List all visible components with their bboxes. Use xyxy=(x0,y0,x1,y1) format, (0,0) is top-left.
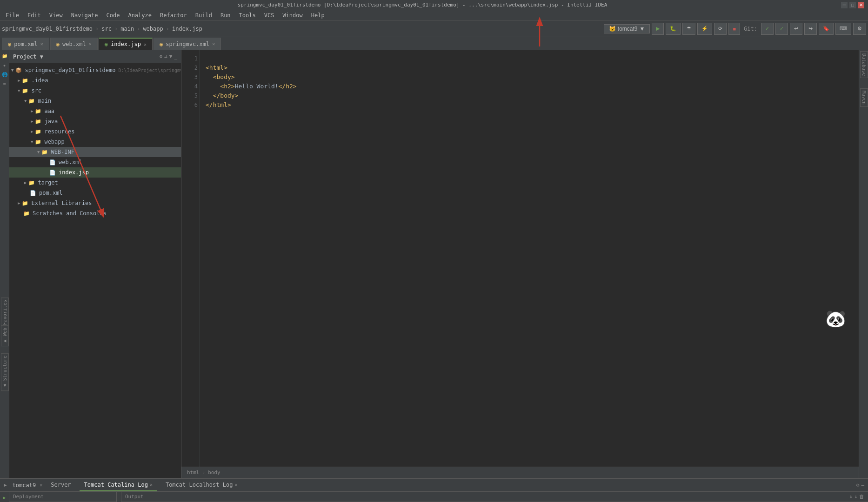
redo-button[interactable]: ↪ xyxy=(804,23,817,35)
run-button[interactable]: ▶ xyxy=(652,23,664,35)
toolbar-webapp[interactable]: webapp xyxy=(143,26,163,32)
output-clear-icon[interactable]: 🗑 xyxy=(859,494,864,500)
code-editor[interactable]: 1 2 3 4 5 6 <html> <body> <h2>Hello Worl… xyxy=(181,50,859,467)
tab-springmvc-xml-close[interactable]: ✕ xyxy=(212,41,215,46)
tree-item[interactable]: ▼📁main xyxy=(9,96,181,106)
run-config-button[interactable]: 🐱 tomcat9 ▼ xyxy=(604,24,650,33)
sidebar-struct-icon[interactable]: ≡ xyxy=(1,80,8,87)
panel-hide-icon[interactable]: _ xyxy=(174,53,177,59)
menu-navigate[interactable]: Navigate xyxy=(67,11,102,20)
code-content[interactable]: <html> <body> <h2>Hello World!</h2> </bo… xyxy=(200,50,859,467)
tab-index-jsp[interactable]: ◉ index.jsp ✕ xyxy=(99,38,153,50)
tree-item[interactable]: 📄pom.xml xyxy=(9,188,181,198)
output-wrap-icon[interactable]: ↕ xyxy=(849,494,853,500)
tree-arrow[interactable]: ▶ xyxy=(31,129,33,134)
toolbar-main[interactable]: main xyxy=(120,26,134,32)
run-minimize-icon[interactable]: — xyxy=(861,482,864,488)
panel-gear-icon[interactable]: ▼ xyxy=(169,53,173,59)
toolbar-project[interactable]: springmvc_day01_01firstdemo xyxy=(2,26,93,32)
web-label[interactable]: ▶ Web xyxy=(1,325,9,346)
menu-window[interactable]: Window xyxy=(279,11,306,20)
run-restart-icon[interactable]: ▶ xyxy=(1,494,8,501)
tab-springmvc-xml[interactable]: ◉ springmvc.xml ✕ xyxy=(154,38,221,50)
sidebar-web-icon[interactable]: 🌐 xyxy=(1,71,8,78)
menu-refactor[interactable]: Refactor xyxy=(156,11,191,20)
toolbar-src[interactable]: src xyxy=(101,26,112,32)
tree-arrow[interactable]: ▼ xyxy=(18,88,20,93)
menu-tools[interactable]: Tools xyxy=(235,11,260,20)
tree-item[interactable]: 📄web.xml xyxy=(9,157,181,167)
breadcrumb-html[interactable]: html xyxy=(187,469,200,476)
line-num-3: 3 xyxy=(183,73,198,82)
menu-view[interactable]: View xyxy=(46,11,67,20)
terminal-tool-button[interactable]: ⌨ xyxy=(835,23,851,35)
run-title-close[interactable]: ✕ xyxy=(40,482,42,488)
tree-item[interactable]: 📁Scratches and Consoles xyxy=(9,208,181,218)
tree-item[interactable]: 📄index.jsp xyxy=(9,167,181,178)
tree-item[interactable]: ▼📁WEB-INF xyxy=(9,147,181,157)
tree-item[interactable]: ▶📁resources xyxy=(9,126,181,137)
run-settings-icon[interactable]: ⚙ xyxy=(856,482,860,488)
reload-button[interactable]: ⟳ xyxy=(714,23,727,35)
tab-index-jsp-close[interactable]: ✕ xyxy=(144,42,147,47)
menu-vcs[interactable]: VCS xyxy=(260,11,278,20)
undo-button[interactable]: ↩ xyxy=(790,23,802,35)
deployment-scrollbar[interactable] xyxy=(116,492,121,502)
bookmark-button[interactable]: 🔖 xyxy=(819,23,834,35)
panel-sync-icon[interactable]: ⇄ xyxy=(164,53,167,59)
menu-run[interactable]: Run xyxy=(217,11,234,20)
tree-arrow[interactable]: ▶ xyxy=(24,180,27,185)
menu-file[interactable]: File xyxy=(2,11,23,20)
structure-label[interactable]: ▲ Structure xyxy=(1,353,9,391)
tree-item[interactable]: ▼📦springmvc_day01_01firstdemoD:\IdeaProj… xyxy=(9,65,181,75)
panel-settings-icon[interactable]: ⚙ xyxy=(160,53,163,59)
coverage-button[interactable]: ☂ xyxy=(682,23,695,35)
menu-edit[interactable]: Edit xyxy=(24,11,45,20)
tree-item[interactable]: ▶📁aaa xyxy=(9,106,181,116)
maven-right-label[interactable]: Maven xyxy=(860,88,868,107)
database-right-label[interactable]: Database xyxy=(860,51,868,78)
menu-code[interactable]: Code xyxy=(103,11,124,20)
tree-arrow[interactable]: ▶ xyxy=(31,119,33,124)
tree-arrow[interactable]: ▶ xyxy=(31,109,33,113)
tab-pom-xml-close[interactable]: ✕ xyxy=(40,41,43,46)
tree-arrow[interactable]: ▼ xyxy=(24,99,27,103)
git-check1-button[interactable]: ✓ xyxy=(761,23,774,35)
run-tab-catalina[interactable]: Tomcat Catalina Log ✕ xyxy=(80,479,157,491)
menu-analyze[interactable]: Analyze xyxy=(124,11,155,20)
profile-button[interactable]: ⚡ xyxy=(697,23,712,35)
run-tab-localhost[interactable]: Tomcat Localhost Log ✕ xyxy=(161,479,242,491)
git-check2-button[interactable]: ✓ xyxy=(775,23,788,35)
sidebar-project-icon[interactable]: 📁 xyxy=(1,52,8,59)
tree-item[interactable]: ▶📁java xyxy=(9,116,181,126)
settings-button[interactable]: ⚙ xyxy=(853,23,866,35)
tree-item[interactable]: ▶📁External Libraries xyxy=(9,198,181,208)
menu-build[interactable]: Build xyxy=(192,11,216,20)
debug-button[interactable]: 🐛 xyxy=(666,23,681,35)
tree-arrow[interactable]: ▶ xyxy=(18,201,20,205)
tab-web-xml[interactable]: ◉ web.xml ✕ xyxy=(50,38,98,50)
tree-arrow[interactable]: ▼ xyxy=(11,68,13,73)
tree-item[interactable]: ▶📁.idea xyxy=(9,75,181,86)
tree-item-label: index.jsp xyxy=(59,169,89,176)
maximize-button[interactable]: □ xyxy=(849,2,856,8)
toolbar-file[interactable]: index.jsp xyxy=(172,26,202,32)
tree-item[interactable]: ▼📁webapp xyxy=(9,137,181,147)
close-button[interactable]: ✕ xyxy=(858,2,864,8)
sidebar-fav-icon[interactable]: ★ xyxy=(1,61,8,69)
run-tab-catalina-close[interactable]: ✕ xyxy=(150,482,153,487)
stop-button[interactable]: ■ xyxy=(728,23,740,35)
tree-arrow[interactable]: ▶ xyxy=(18,78,20,83)
run-tab-server[interactable]: Server xyxy=(46,479,75,491)
tree-item[interactable]: ▼📁src xyxy=(9,86,181,96)
tab-pom-xml[interactable]: ◉ pom.xml ✕ xyxy=(2,38,49,50)
run-tab-localhost-close[interactable]: ✕ xyxy=(234,482,237,487)
output-scroll-end-icon[interactable]: ↓ xyxy=(854,494,857,500)
tab-web-xml-close[interactable]: ✕ xyxy=(89,41,92,46)
tree-arrow[interactable]: ▼ xyxy=(31,139,33,144)
tree-arrow[interactable]: ▼ xyxy=(37,150,40,154)
menu-help[interactable]: Help xyxy=(307,11,328,20)
tree-item[interactable]: ▶📁target xyxy=(9,178,181,188)
minimize-button[interactable]: ─ xyxy=(841,2,848,8)
breadcrumb-body[interactable]: body xyxy=(208,469,220,476)
